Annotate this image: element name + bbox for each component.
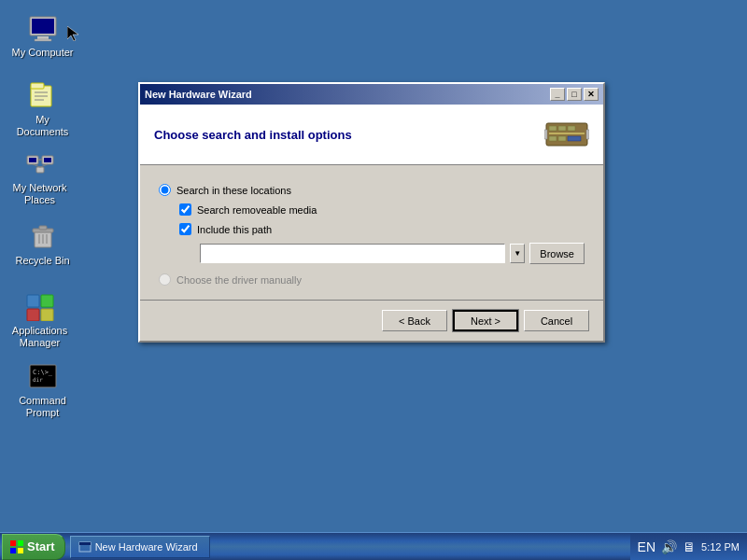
- my-computer-icon: [28, 13, 58, 43]
- svg-text:dir: dir: [33, 376, 43, 383]
- dialog-body: Search in these locations Search removea…: [140, 165, 603, 300]
- clock: 5:12 PM: [701, 541, 740, 553]
- svg-rect-42: [18, 540, 23, 546]
- search-removeable-label[interactable]: Search removeable media: [197, 204, 317, 216]
- back-button[interactable]: < Back: [382, 310, 447, 331]
- include-path-option[interactable]: Include this path: [179, 223, 585, 235]
- search-locations-option[interactable]: Search in these locations: [159, 184, 585, 196]
- svg-rect-20: [39, 226, 47, 230]
- browse-button[interactable]: Browse: [529, 243, 585, 264]
- svg-rect-3: [37, 36, 49, 39]
- search-removeable-checkbox[interactable]: [179, 203, 191, 216]
- network-places-icon: [25, 148, 55, 178]
- svg-rect-38: [568, 136, 581, 141]
- my-computer-label: My Computer: [11, 47, 73, 59]
- taskbar-window-label: New Hardware Wizard: [95, 541, 198, 553]
- my-documents-label: My Documents: [11, 114, 74, 138]
- search-removeable-option[interactable]: Search removeable media: [179, 203, 585, 216]
- maximize-button[interactable]: □: [567, 88, 582, 101]
- svg-rect-36: [549, 136, 557, 141]
- desktop-icon-my-computer[interactable]: My Computer: [7, 9, 78, 63]
- svg-rect-39: [544, 130, 547, 139]
- svg-rect-33: [558, 126, 566, 131]
- sub-options: Search removeable media Include this pat…: [179, 203, 585, 264]
- svg-rect-26: [27, 309, 39, 321]
- svg-rect-15: [36, 167, 44, 173]
- next-button[interactable]: Next >: [453, 310, 518, 331]
- svg-rect-4: [35, 39, 51, 41]
- minimize-button[interactable]: _: [550, 88, 565, 101]
- my-documents-icon: [28, 80, 58, 110]
- path-row: ▼ Browse: [200, 243, 585, 264]
- svg-rect-46: [79, 542, 91, 545]
- svg-rect-25: [41, 295, 53, 307]
- start-label: Start: [27, 539, 55, 553]
- include-path-checkbox[interactable]: [179, 223, 191, 235]
- include-path-label[interactable]: Include this path: [197, 224, 272, 235]
- dialog-footer: < Back Next > Cancel: [140, 300, 603, 341]
- manual-driver-label: Choose the driver manually: [176, 274, 302, 286]
- search-locations-label[interactable]: Search in these locations: [176, 185, 291, 196]
- taskbar: Start New Hardware Wizard EN 🔊 🖥 5:12 PM: [0, 532, 747, 560]
- windows-logo-icon: [10, 540, 23, 553]
- svg-rect-13: [44, 158, 51, 162]
- path-input[interactable]: [200, 244, 505, 263]
- titlebar-controls: _ □ ✕: [550, 88, 599, 101]
- network-tray-icon: 🖥: [683, 539, 696, 554]
- svg-rect-44: [18, 548, 23, 553]
- recycle-bin-icon: [28, 221, 58, 251]
- desktop-icon-command-prompt[interactable]: C:\>_ dir Command Prompt: [7, 357, 78, 423]
- desktop-icon-apps-manager[interactable]: Applications Manager: [5, 287, 75, 353]
- dialog-header: Choose search and install options: [140, 105, 603, 165]
- apps-manager-icon: [25, 291, 55, 321]
- start-button[interactable]: Start: [2, 534, 65, 560]
- command-prompt-icon: C:\>_ dir: [28, 361, 58, 391]
- svg-rect-24: [27, 295, 39, 307]
- command-prompt-label: Command Prompt: [11, 395, 74, 419]
- taskbar-window-icon: [78, 541, 92, 553]
- desktop-icon-recycle-bin[interactable]: Recycle Bin: [7, 217, 78, 271]
- apps-manager-label: Applications Manager: [8, 325, 71, 349]
- recycle-bin-label: Recycle Bin: [15, 255, 69, 267]
- cancel-button[interactable]: Cancel: [524, 310, 589, 331]
- svg-rect-32: [549, 126, 557, 131]
- desktop-icon-network-places[interactable]: My Network Places: [5, 145, 75, 210]
- svg-rect-27: [41, 309, 53, 321]
- svg-rect-34: [568, 126, 575, 131]
- svg-text:C:\>_: C:\>_: [33, 369, 53, 376]
- new-hardware-wizard-dialog: New Hardware Wizard _ □ ✕ Choose search …: [138, 82, 605, 343]
- svg-rect-37: [558, 136, 566, 141]
- close-button[interactable]: ✕: [584, 88, 599, 101]
- desktop: My Computer My Documents My Network Plac…: [0, 0, 747, 532]
- language-indicator: EN: [638, 539, 655, 554]
- svg-rect-11: [29, 158, 36, 162]
- svg-rect-2: [32, 19, 54, 34]
- dialog-titlebar: New Hardware Wizard _ □ ✕: [140, 84, 603, 105]
- path-dropdown-button[interactable]: ▼: [510, 244, 525, 263]
- svg-rect-6: [31, 83, 44, 89]
- svg-rect-40: [586, 130, 589, 139]
- svg-rect-43: [10, 548, 16, 553]
- dialog-header-title: Choose search and install options: [154, 128, 352, 142]
- manual-driver-radio: [159, 273, 171, 286]
- system-tray: EN 🔊 🖥 5:12 PM: [630, 533, 747, 560]
- network-places-label: My Network Places: [8, 182, 71, 206]
- manual-driver-option: Choose the driver manually: [159, 273, 585, 286]
- dialog-title: New Hardware Wizard: [145, 89, 252, 100]
- hardware-icon: [544, 116, 589, 153]
- desktop-icon-my-documents[interactable]: My Documents: [7, 77, 78, 142]
- search-locations-radio[interactable]: [159, 184, 171, 196]
- svg-rect-41: [10, 540, 16, 546]
- svg-rect-35: [549, 133, 585, 134]
- volume-icon: 🔊: [661, 539, 677, 554]
- taskbar-window-button[interactable]: New Hardware Wizard: [70, 536, 210, 558]
